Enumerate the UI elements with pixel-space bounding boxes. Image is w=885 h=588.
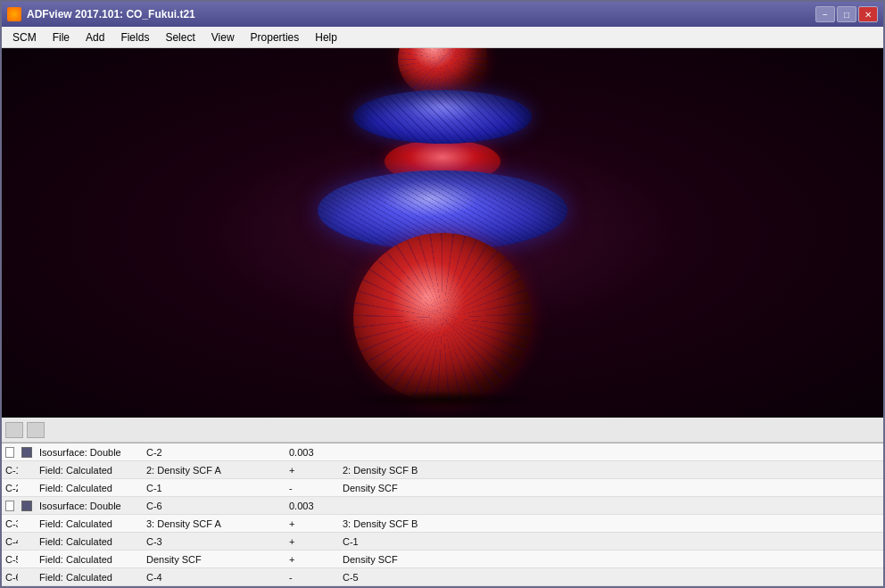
menu-file[interactable]: File [45, 27, 77, 47]
row-extra: Density SCF [339, 552, 482, 567]
maximize-button[interactable]: □ [837, 6, 856, 22]
row-color [18, 486, 36, 490]
row-id: C-3 [2, 517, 18, 531]
row-field: C-6 [143, 499, 285, 513]
row-value: 0.003 [285, 499, 339, 513]
menu-add[interactable]: Add [79, 27, 112, 47]
title-controls: − □ ✕ [815, 6, 878, 22]
row-type: Field: Calculated [36, 463, 143, 477]
minimize-button[interactable]: − [815, 6, 835, 22]
menu-select[interactable]: Select [158, 27, 202, 47]
row-field: 3: Density SCF A [143, 517, 285, 531]
row-color [18, 540, 36, 543]
menu-bar: SCM File Add Fields Select View Properti… [2, 27, 883, 48]
row-extra [339, 504, 482, 508]
table-row: C-2 Field: Calculated C-1 - Density SCF [2, 479, 883, 497]
row-operator: + [285, 517, 339, 531]
menu-scm[interactable]: SCM [5, 27, 44, 47]
menu-fields[interactable]: Fields [113, 27, 156, 47]
row-field: C-4 [143, 570, 285, 584]
row-extra: 3: Density SCF B [339, 517, 482, 531]
table-row: C-4 Field: Calculated C-3 + C-1 [2, 533, 883, 551]
table-row: C-3 Field: Calculated 3: Density SCF A +… [2, 515, 883, 533]
close-button[interactable]: ✕ [858, 6, 878, 22]
table-row: C-6 Field: Calculated C-4 - C-5 [2, 568, 883, 586]
scene-shadow [344, 391, 541, 409]
toolbar-btn-1[interactable] [5, 422, 23, 438]
row-id: C-4 [2, 534, 18, 549]
row-type: Field: Calculated [36, 534, 143, 549]
row-type: Field: Calculated [36, 552, 143, 567]
row-color [18, 558, 36, 561]
row-extra: Density SCF [339, 481, 482, 495]
row-color [18, 576, 36, 579]
torus-upper [353, 90, 532, 144]
row-type: Field: Calculated [36, 570, 143, 584]
title-bar-left: ADFview 2017.101: CO_Fukui.t21 [7, 7, 195, 21]
row-operator: - [285, 481, 339, 495]
row-operator: + [285, 463, 339, 477]
row-field: C-3 [143, 534, 285, 549]
sphere-bottom [353, 233, 532, 402]
row-color [18, 522, 36, 526]
row-type: Field: Calculated [36, 481, 143, 495]
row-id: C-1 [2, 463, 18, 477]
row-extra: 2: Density SCF B [339, 463, 482, 477]
row-operator: + [285, 534, 339, 549]
row-checkbox[interactable] [2, 499, 18, 513]
row-type: Isosurface: Double [36, 445, 143, 460]
menu-help[interactable]: Help [308, 27, 344, 47]
menu-properties[interactable]: Properties [244, 27, 307, 47]
row-field: 2: Density SCF A [143, 463, 285, 477]
isosurface-visualization [309, 48, 576, 418]
row-field: C-2 [143, 445, 285, 460]
row-field: Density SCF [143, 552, 285, 567]
row-color [18, 445, 36, 460]
table-row: C-1 Field: Calculated 2: Density SCF A +… [2, 461, 883, 479]
row-checkbox[interactable] [2, 445, 18, 460]
row-operator: - [285, 570, 339, 584]
table-row: C-5 Field: Calculated Density SCF + Dens… [2, 551, 883, 568]
row-field: C-1 [143, 481, 285, 495]
viewport[interactable] [2, 48, 883, 418]
row-value: 0.003 [285, 445, 339, 460]
data-table: Isosurface: Double C-2 0.003 C-1 Field: … [2, 443, 883, 586]
row-extra [339, 451, 482, 454]
app-icon [7, 7, 21, 21]
table-row: Isosurface: Double C-2 0.003 [2, 443, 883, 461]
table-row: Isosurface: Double C-6 0.003 [2, 497, 883, 515]
row-color [18, 468, 36, 472]
window-title: ADFview 2017.101: CO_Fukui.t21 [27, 8, 195, 21]
main-window: ADFview 2017.101: CO_Fukui.t21 − □ ✕ SCM… [0, 0, 885, 588]
row-operator: + [285, 552, 339, 567]
row-id: C-5 [2, 552, 18, 567]
row-type: Isosurface: Double [36, 499, 143, 513]
row-id: C-2 [2, 481, 18, 495]
toolbar-strip [2, 418, 883, 443]
row-id: C-6 [2, 570, 18, 584]
menu-view[interactable]: View [204, 27, 242, 47]
row-extra: C-5 [339, 570, 482, 584]
row-color [18, 499, 36, 513]
title-bar: ADFview 2017.101: CO_Fukui.t21 − □ ✕ [2, 2, 883, 27]
row-type: Field: Calculated [36, 517, 143, 531]
toolbar-btn-2[interactable] [27, 422, 45, 438]
row-extra: C-1 [339, 534, 482, 549]
